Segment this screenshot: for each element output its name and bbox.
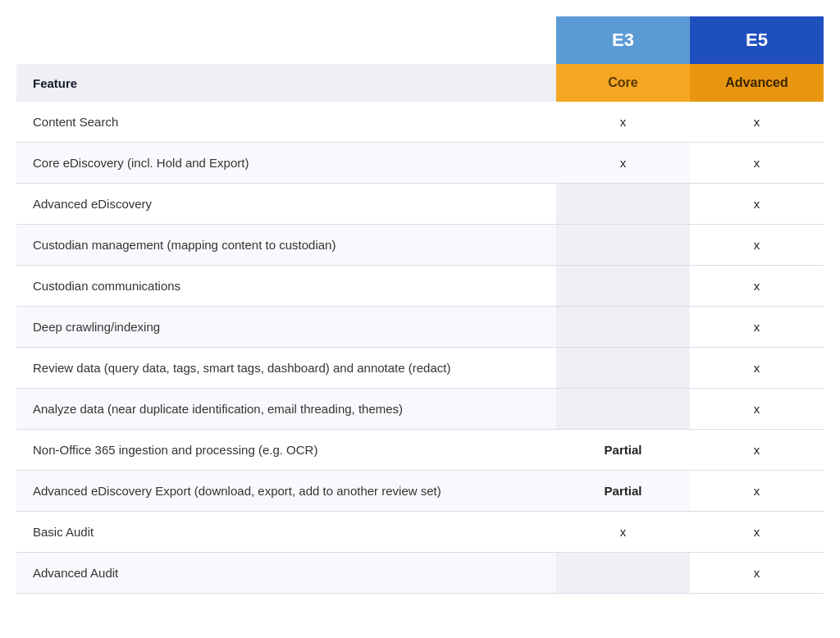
e3-value-cell <box>556 389 690 430</box>
e3-value-cell <box>556 184 690 225</box>
table-row: Non-Office 365 ingestion and processing … <box>16 430 824 471</box>
feature-cell: Basic Audit <box>16 512 556 553</box>
feature-cell: Advanced eDiscovery Export (download, ex… <box>16 471 556 512</box>
table-row: Core eDiscovery (incl. Hold and Export)x… <box>16 143 824 184</box>
e5-value-cell: x <box>690 430 824 471</box>
e5-value-cell: x <box>690 307 824 348</box>
e5-tier-header: E5 <box>690 16 824 64</box>
e3-value-cell: x <box>556 102 690 143</box>
e3-value-cell <box>556 307 690 348</box>
table-row: Deep crawling/indexingx <box>16 307 824 348</box>
feature-cell: Advanced Audit <box>16 553 556 594</box>
e5-value-cell: x <box>690 225 824 266</box>
e3-value-cell: Partial <box>556 471 690 512</box>
table-row: Advanced Auditx <box>16 553 824 594</box>
e3-value-cell <box>556 225 690 266</box>
table-row: Custodian communicationsx <box>16 266 824 307</box>
e5-value-cell: x <box>690 184 824 225</box>
feature-cell: Core eDiscovery (incl. Hold and Export) <box>16 143 556 184</box>
e3-value-cell <box>556 348 690 389</box>
table-row: Review data (query data, tags, smart tag… <box>16 348 824 389</box>
feature-cell: Content Search <box>16 102 556 143</box>
e5-value-cell: x <box>690 266 824 307</box>
e5-value-cell: x <box>690 389 824 430</box>
core-column-header: Core <box>556 64 690 102</box>
feature-column-header: Feature <box>16 64 556 102</box>
table-row: Basic Auditxx <box>16 512 824 553</box>
e5-value-cell: x <box>690 471 824 512</box>
feature-cell: Non-Office 365 ingestion and processing … <box>16 430 556 471</box>
comparison-table: E3 E5 Feature Core Advanced Content Sear… <box>16 16 824 594</box>
table-row: Advanced eDiscovery Export (download, ex… <box>16 471 824 512</box>
feature-cell: Review data (query data, tags, smart tag… <box>16 348 556 389</box>
e3-value-cell <box>556 553 690 594</box>
table-body: Content SearchxxCore eDiscovery (incl. H… <box>16 102 824 594</box>
e5-value-cell: x <box>690 143 824 184</box>
e3-value-cell: Partial <box>556 430 690 471</box>
e3-value-cell <box>556 266 690 307</box>
feature-cell: Custodian management (mapping content to… <box>16 225 556 266</box>
tier-header-feature-cell <box>16 16 556 64</box>
e3-value-cell: x <box>556 143 690 184</box>
tier-header-row: E3 E5 <box>16 16 824 64</box>
advanced-column-header: Advanced <box>690 64 824 102</box>
e3-label: E3 <box>612 30 634 50</box>
table-row: Analyze data (near duplicate identificat… <box>16 389 824 430</box>
table-row: Custodian management (mapping content to… <box>16 225 824 266</box>
table-row: Content Searchxx <box>16 102 824 143</box>
e3-value-cell: x <box>556 512 690 553</box>
e5-label: E5 <box>746 30 768 50</box>
feature-cell: Advanced eDiscovery <box>16 184 556 225</box>
feature-cell: Custodian communications <box>16 266 556 307</box>
feature-cell: Analyze data (near duplicate identificat… <box>16 389 556 430</box>
feature-cell: Deep crawling/indexing <box>16 307 556 348</box>
e5-value-cell: x <box>690 553 824 594</box>
e3-tier-header: E3 <box>556 16 690 64</box>
table-row: Advanced eDiscoveryx <box>16 184 824 225</box>
e5-value-cell: x <box>690 348 824 389</box>
e5-value-cell: x <box>690 102 824 143</box>
sub-header-row: Feature Core Advanced <box>16 64 824 102</box>
e5-value-cell: x <box>690 512 824 553</box>
